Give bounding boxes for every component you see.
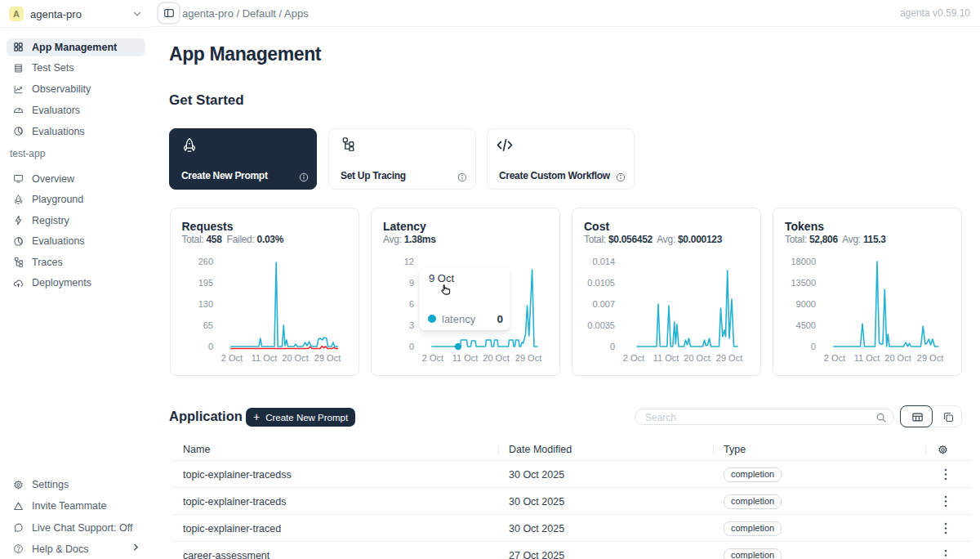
svg-text:9000: 9000 [796,298,816,308]
svg-text:11 Oct: 11 Oct [854,353,880,363]
svg-text:0.007: 0.007 [592,298,615,308]
svg-text:12: 12 [404,256,414,266]
svg-text:2 Oct: 2 Oct [623,353,644,363]
svg-text:9: 9 [409,277,414,287]
svg-text:0.014: 0.014 [592,256,615,266]
svg-text:2 Oct: 2 Oct [220,353,242,363]
svg-text:29 Oct: 29 Oct [917,353,943,363]
svg-text:11 Oct: 11 Oct [653,353,679,363]
svg-text:65: 65 [203,320,212,329]
svg-text:20 Oct: 20 Oct [483,353,509,363]
svg-text:260: 260 [198,256,212,266]
svg-text:29 Oct: 29 Oct [515,353,541,363]
svg-text:20 Oct: 20 Oct [684,353,710,363]
svg-text:195: 195 [198,277,212,287]
svg-text:2 Oct: 2 Oct [824,353,845,363]
svg-text:0: 0 [409,341,414,351]
svg-text:29 Oct: 29 Oct [314,353,340,363]
svg-text:4500: 4500 [796,320,816,329]
svg-text:11 Oct: 11 Oct [251,353,277,363]
svg-text:29 Oct: 29 Oct [716,353,742,363]
svg-text:3: 3 [409,320,414,329]
svg-text:13500: 13500 [791,277,816,287]
svg-text:18000: 18000 [791,256,816,266]
svg-text:0.0035: 0.0035 [587,320,615,329]
svg-text:6: 6 [409,298,414,308]
svg-text:2 Oct: 2 Oct [422,353,443,363]
svg-text:130: 130 [198,298,212,308]
svg-text:11 Oct: 11 Oct [452,353,479,363]
svg-text:0.0105: 0.0105 [587,277,615,287]
svg-text:20 Oct: 20 Oct [884,353,911,363]
svg-text:0: 0 [610,341,615,351]
svg-text:20 Oct: 20 Oct [282,353,308,363]
svg-text:0: 0 [207,341,212,351]
svg-text:0: 0 [811,341,816,351]
